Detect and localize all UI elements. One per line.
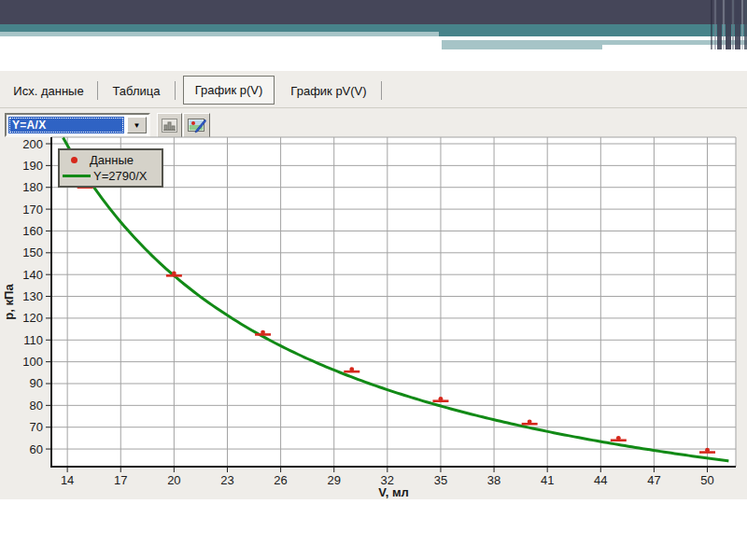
svg-text:200: 200 — [22, 137, 43, 151]
tab-table[interactable]: Таблица — [98, 77, 175, 105]
svg-text:150: 150 — [22, 245, 43, 259]
header-vertical-stripe — [732, 0, 734, 49]
header-lightteal-band — [442, 40, 602, 49]
legend-entry-fit: Y=2790/X — [60, 168, 162, 184]
tabbar-divider — [0, 107, 747, 108]
svg-text:160: 160 — [22, 224, 43, 238]
tab-graph-pvv[interactable]: График pV(V) — [276, 77, 381, 105]
header-lightteal-stripe — [0, 32, 439, 36]
svg-text:14: 14 — [61, 473, 74, 487]
svg-text:44: 44 — [594, 473, 607, 487]
header-vertical-stripe — [711, 0, 712, 49]
legend-entry-data: Данные — [60, 152, 162, 168]
svg-text:41: 41 — [541, 473, 554, 487]
svg-text:100: 100 — [22, 355, 43, 369]
tab-label: График p(V) — [195, 83, 263, 97]
header-vertical-stripe — [723, 0, 725, 49]
svg-text:110: 110 — [23, 333, 43, 347]
svg-text:V, мл: V, мл — [378, 485, 409, 499]
svg-text:190: 190 — [22, 159, 43, 173]
svg-text:60: 60 — [30, 442, 43, 456]
svg-text:17: 17 — [114, 473, 127, 487]
svg-text:29: 29 — [327, 473, 340, 487]
svg-text:23: 23 — [220, 473, 233, 487]
tab-label: Таблица — [113, 84, 161, 98]
tab-separator — [175, 81, 176, 100]
tab-label: График pV(V) — [290, 84, 366, 98]
svg-text:p, кПа: p, кПа — [2, 284, 16, 320]
header-vertical-stripe — [717, 0, 722, 49]
svg-text:80: 80 — [30, 399, 43, 413]
legend-scatter-marker-icon — [71, 157, 78, 163]
svg-text:130: 130 — [22, 289, 43, 303]
svg-text:26: 26 — [274, 473, 287, 487]
svg-text:120: 120 — [22, 311, 43, 325]
tab-graph-pv[interactable]: График p(V) — [183, 76, 275, 105]
svg-text:38: 38 — [487, 473, 500, 487]
svg-text:170: 170 — [22, 203, 43, 217]
legend-label: Y=2790/X — [93, 169, 147, 183]
tab-label: Исх. данные — [13, 84, 83, 98]
legend-label: Данные — [90, 153, 134, 167]
svg-text:50: 50 — [700, 473, 713, 487]
header-vertical-stripe — [714, 0, 716, 49]
header-vertical-stripe — [741, 0, 743, 49]
svg-text:140: 140 — [22, 268, 43, 282]
tab-source-data[interactable]: Исх. данные — [0, 77, 97, 105]
svg-text:20: 20 — [167, 473, 180, 487]
svg-text:47: 47 — [647, 473, 660, 487]
formula-select-value: Y=A/X — [12, 119, 47, 132]
svg-text:180: 180 — [22, 180, 43, 194]
svg-text:70: 70 — [30, 420, 43, 434]
header-dark-bar — [0, 0, 747, 24]
chart-legend: Данные Y=2790/X — [58, 148, 163, 188]
header-vertical-stripe — [735, 0, 740, 49]
svg-text:90: 90 — [30, 376, 43, 390]
header-vertical-stripe — [726, 0, 731, 49]
legend-line-swatch-icon — [63, 175, 91, 177]
tab-separator — [381, 81, 382, 100]
header-teal-stripe — [0, 24, 747, 32]
chevron-down-icon: ▼ — [134, 121, 141, 130]
svg-text:35: 35 — [434, 473, 447, 487]
